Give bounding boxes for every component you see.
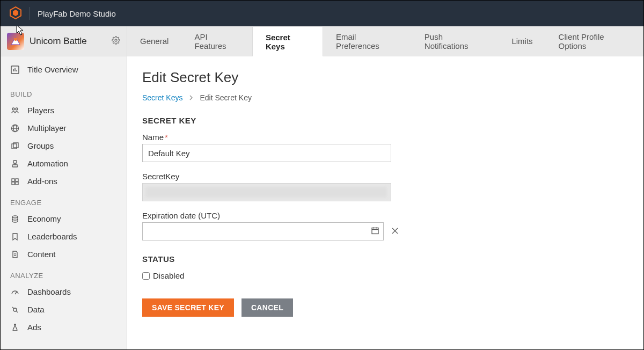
tab-secret-keys[interactable]: Secret Keys (252, 27, 323, 56)
save-secret-key-button[interactable]: SAVE SECRET KEY (142, 298, 234, 317)
title-header[interactable]: Unicorn Battle (1, 26, 127, 56)
chevron-right-icon (189, 93, 193, 102)
flask-icon (10, 323, 20, 332)
bookmark-icon (10, 232, 20, 241)
disabled-label: Disabled (153, 271, 184, 280)
field-name: Name* (142, 133, 628, 162)
sidebar-item-label: Players (27, 106, 54, 115)
data-icon (10, 305, 20, 314)
sidebar: Unicorn Battle Title Overview BUILD (1, 26, 127, 349)
svg-line-27 (12, 307, 14, 309)
sidebar-item-label: Automation (27, 159, 68, 168)
expiration-input[interactable] (142, 222, 384, 240)
automation-icon (10, 159, 20, 168)
title-avatar-icon (7, 33, 24, 50)
tab-api-features[interactable]: API Features (181, 26, 252, 56)
svg-marker-1 (13, 10, 18, 16)
svg-line-28 (16, 311, 18, 312)
sidebar-item-label: Title Overview (27, 65, 78, 74)
label-name-text: Name (142, 133, 164, 142)
sidebar-item-label: Groups (27, 141, 54, 150)
sidebar-section-analyze: ANALYZE (1, 263, 127, 283)
economy-icon (10, 215, 20, 223)
sidebar-section-engage: ENGAGE (1, 190, 127, 210)
breadcrumb-link-secret-keys[interactable]: Secret Keys (142, 93, 182, 102)
svg-rect-19 (16, 179, 18, 181)
svg-line-25 (15, 292, 17, 294)
sidebar-item-title-overview[interactable]: Title Overview (1, 61, 127, 78)
sidebar-item-label: Ads (27, 323, 41, 332)
svg-point-2 (14, 38, 17, 41)
svg-rect-20 (12, 182, 14, 185)
svg-point-9 (16, 108, 18, 110)
tabs: General API Features Secret Keys Email P… (127, 26, 643, 56)
button-row: SAVE SECRET KEY CANCEL (142, 298, 628, 317)
sidebar-item-addons[interactable]: Add-ons (1, 172, 127, 190)
sidebar-item-leaderboards[interactable]: Leaderboards (1, 228, 127, 245)
sidebar-section-build: BUILD (1, 82, 127, 101)
sidebar-item-ads[interactable]: Ads (1, 318, 127, 336)
document-icon (10, 250, 20, 259)
page-title: Edit Secret Key (142, 69, 628, 86)
secretkey-display[interactable] (142, 183, 391, 201)
tab-limits[interactable]: Limits (499, 26, 545, 56)
disabled-checkbox[interactable] (142, 272, 150, 280)
field-secretkey: SecretKey (142, 172, 628, 201)
required-asterisk: * (165, 133, 168, 142)
svg-point-22 (12, 216, 18, 218)
sidebar-item-label: Dashboards (27, 287, 71, 296)
label-name: Name* (142, 133, 628, 142)
bar-chart-icon (10, 65, 20, 74)
svg-point-3 (115, 39, 117, 41)
sidebar-item-content[interactable]: Content (1, 245, 127, 263)
globe-icon (10, 124, 20, 133)
label-secretkey: SecretKey (142, 172, 628, 181)
gear-icon[interactable] (112, 36, 120, 46)
breadcrumb: Secret Keys Edit Secret Key (142, 93, 628, 102)
sidebar-item-label: Add-ons (27, 177, 57, 186)
section-heading-status: STATUS (142, 254, 628, 264)
sidebar-item-economy[interactable]: Economy (1, 210, 127, 228)
topbar-divider (30, 7, 30, 20)
svg-rect-18 (12, 179, 14, 181)
sidebar-item-label: Multiplayer (27, 123, 67, 133)
content-area: Edit Secret Key Secret Keys Edit Secret … (127, 56, 643, 349)
title-name: Unicorn Battle (30, 36, 106, 47)
tab-email-preferences[interactable]: Email Preferences (323, 26, 412, 56)
groups-icon (10, 142, 20, 150)
studio-name: PlayFab Demo Studio (38, 9, 116, 18)
status-section: STATUS Disabled (142, 254, 628, 280)
playfab-logo-icon (9, 6, 22, 21)
main-content: General API Features Secret Keys Email P… (127, 26, 643, 349)
sidebar-item-players[interactable]: Players (1, 101, 127, 119)
dashboard-icon (10, 288, 20, 296)
sidebar-item-dashboards[interactable]: Dashboards (1, 283, 127, 301)
sidebar-item-multiplayer[interactable]: Multiplayer (1, 119, 127, 137)
sidebar-item-label: Economy (27, 214, 61, 223)
disabled-checkbox-row[interactable]: Disabled (142, 271, 628, 280)
topbar: PlayFab Demo Studio (1, 1, 643, 26)
svg-rect-15 (13, 161, 17, 163)
svg-point-8 (12, 108, 14, 110)
section-heading-secret-key: SECRET KEY (142, 116, 628, 125)
tab-general[interactable]: General (127, 26, 181, 56)
sidebar-item-label: Content (27, 250, 56, 259)
addons-icon (10, 177, 20, 186)
sidebar-item-label: Leaderboards (27, 232, 77, 241)
cancel-button[interactable]: CANCEL (241, 298, 293, 317)
svg-rect-17 (12, 165, 18, 167)
label-expiration: Expiration date (UTC) (142, 211, 628, 220)
studio-brand[interactable]: PlayFab Demo Studio (9, 6, 116, 21)
breadcrumb-current: Edit Secret Key (200, 93, 252, 102)
clear-date-button[interactable] (389, 224, 401, 239)
sidebar-item-data[interactable]: Data (1, 301, 127, 318)
sidebar-item-label: Data (27, 305, 45, 314)
tab-client-profile-options[interactable]: Client Profile Options (546, 26, 643, 56)
name-input[interactable] (142, 144, 391, 162)
svg-rect-21 (16, 182, 18, 185)
players-icon (10, 106, 20, 115)
tab-push-notifications[interactable]: Push Notifications (412, 26, 499, 56)
field-expiration: Expiration date (UTC) (142, 211, 628, 240)
sidebar-item-automation[interactable]: Automation (1, 155, 127, 172)
sidebar-item-groups[interactable]: Groups (1, 137, 127, 155)
